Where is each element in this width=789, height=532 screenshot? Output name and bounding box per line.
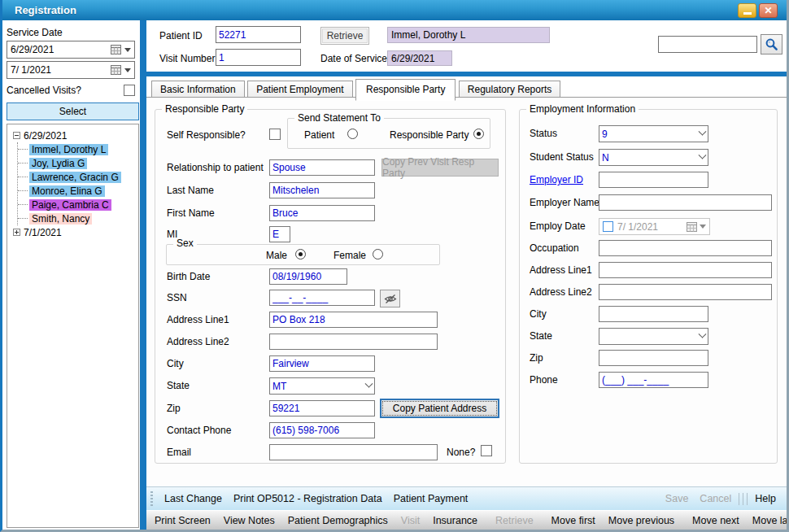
rp-address-line2-label: Address Line2 xyxy=(167,336,229,347)
rp-city-input[interactable] xyxy=(269,355,375,372)
male-radio[interactable] xyxy=(295,249,306,259)
emp-city-input[interactable] xyxy=(599,306,708,322)
tree-item-patient[interactable]: Paige, Cambria C xyxy=(18,198,137,211)
employ-date-picker[interactable]: 7/ 1/2021 xyxy=(599,218,710,235)
self-responsible-checkbox[interactable] xyxy=(269,129,281,140)
retrieve-button[interactable]: Retrieve xyxy=(320,27,369,45)
emp-address-line2-input[interactable] xyxy=(599,284,772,300)
tree-item-patient[interactable]: Joy, Lydia G xyxy=(18,156,137,170)
patient-payment-button[interactable]: Patient Payment xyxy=(388,493,474,504)
move-first-button[interactable]: Move first xyxy=(545,515,602,526)
occupation-input[interactable] xyxy=(599,240,772,256)
move-previous-button[interactable]: Move previous xyxy=(602,515,681,526)
emp-zip-input[interactable] xyxy=(599,350,708,366)
print-screen-button[interactable]: Print Screen xyxy=(148,515,217,526)
employer-name-label: Employer Name xyxy=(530,197,599,208)
ssn-input[interactable] xyxy=(269,290,375,306)
chevron-down-icon xyxy=(699,151,707,159)
patient-demographics-button[interactable]: Patient Demographics xyxy=(281,515,394,526)
tab-responsible-party[interactable]: Responsible Party xyxy=(355,79,456,101)
expand-icon[interactable] xyxy=(13,229,20,236)
employ-date-checkbox[interactable] xyxy=(603,221,613,232)
tree-item-patient[interactable]: Lawrence, Gracin G xyxy=(18,170,137,184)
close-button[interactable]: ✕ xyxy=(759,3,778,18)
email-none-label: None? xyxy=(447,447,475,458)
cancelled-visits-label: Cancelled Visits? xyxy=(7,85,81,96)
statement-responsible-party-radio[interactable] xyxy=(473,129,484,139)
view-notes-button[interactable]: View Notes xyxy=(217,515,281,526)
statement-patient-label: Patient xyxy=(304,129,334,141)
email-none-checkbox[interactable] xyxy=(481,445,492,456)
contact-phone-label: Contact Phone xyxy=(167,425,231,436)
tree-root-date[interactable]: 6/29/2021 xyxy=(9,129,137,142)
female-radio[interactable] xyxy=(373,249,383,259)
insurance-button[interactable]: Insurance xyxy=(426,515,484,526)
ssn-reveal-button[interactable] xyxy=(380,290,400,307)
emp-address-line1-input[interactable] xyxy=(599,262,772,278)
save-button[interactable]: Save xyxy=(660,493,695,504)
student-status-combobox[interactable]: N xyxy=(599,149,708,166)
last-change-button[interactable]: Last Change xyxy=(159,493,228,504)
rp-zip-input[interactable] xyxy=(269,400,375,416)
copy-patient-address-button[interactable]: Copy Patient Address xyxy=(380,399,499,418)
status-combobox[interactable]: 9 xyxy=(599,125,708,142)
rp-address-line2-input[interactable] xyxy=(269,334,438,350)
visit-button[interactable]: Visit xyxy=(394,515,426,526)
employ-date-label: Employ Date xyxy=(530,220,586,232)
collapse-icon[interactable] xyxy=(13,132,20,139)
tab-regulatory-reports[interactable]: Regulatory Reports xyxy=(459,81,560,99)
patient-name-field: Immel, Dorothy L xyxy=(387,27,550,43)
emp-phone-input[interactable] xyxy=(599,372,708,388)
statement-patient-radio[interactable] xyxy=(347,129,358,139)
tree-item-patient[interactable]: Immel, Dorothy L xyxy=(18,142,137,156)
email-label: Email xyxy=(167,447,191,458)
toolbar-grip-icon[interactable] xyxy=(150,491,153,506)
cancelled-visits-checkbox[interactable] xyxy=(124,85,135,96)
emp-state-combobox[interactable] xyxy=(599,328,708,345)
email-input[interactable] xyxy=(269,444,438,460)
rp-state-value: MT xyxy=(272,381,286,392)
patient-id-input[interactable] xyxy=(216,26,301,43)
birth-date-input[interactable] xyxy=(269,268,347,285)
cancel-button[interactable]: Cancel xyxy=(694,493,737,504)
tree-item-patient[interactable]: Monroe, Elina G xyxy=(18,184,137,198)
employer-name-input[interactable] xyxy=(599,194,772,211)
date-of-service-label: Date of Service xyxy=(320,53,387,64)
rp-state-combobox[interactable]: MT xyxy=(269,377,375,395)
employ-date-value: 7/ 1/2021 xyxy=(617,221,658,233)
tab-patient-employment[interactable]: Patient Employment xyxy=(247,81,352,99)
employer-id-link[interactable]: Employer ID xyxy=(530,174,583,185)
search-button[interactable] xyxy=(761,34,782,55)
form-help-button[interactable]: Help xyxy=(749,493,782,504)
service-date-to-picker[interactable]: 7/ 1/2021 xyxy=(7,61,135,79)
visit-number-input[interactable] xyxy=(216,49,301,66)
tab-basic-information[interactable]: Basic Information xyxy=(151,81,245,99)
tree-root-date[interactable]: 7/1/2021 xyxy=(9,225,137,239)
relationship-input[interactable] xyxy=(269,159,375,176)
first-name-input[interactable] xyxy=(269,205,375,221)
retrieve-nav-button[interactable]: Retrieve xyxy=(489,515,540,526)
birth-date-label: Birth Date xyxy=(167,271,210,282)
contact-phone-input[interactable] xyxy=(269,422,375,438)
emp-phone-label: Phone xyxy=(530,374,558,386)
service-date-from-picker[interactable]: 6/29/2021 xyxy=(7,41,135,59)
select-button[interactable]: Select xyxy=(7,102,139,120)
move-last-button[interactable]: Move last xyxy=(746,515,789,526)
minimize-button[interactable] xyxy=(738,3,756,18)
mi-input[interactable] xyxy=(269,226,290,242)
sex-group: Sex Male Female xyxy=(166,244,440,265)
student-status-label: Student Status xyxy=(530,151,594,163)
employer-id-input[interactable] xyxy=(599,172,708,188)
rp-city-label: City xyxy=(167,358,184,369)
tree-item-patient[interactable]: Smith, Nancy xyxy=(18,211,137,225)
copy-prev-visit-resp-party-button[interactable]: Copy Prev Visit Resp Party xyxy=(381,159,499,177)
move-next-button[interactable]: Move next xyxy=(686,515,746,526)
employment-information-group: Employment Information Status 9 Student … xyxy=(519,109,778,464)
first-name-label: First Name xyxy=(167,207,215,219)
calendar-icon xyxy=(111,45,121,55)
last-name-label: Last Name xyxy=(167,185,214,196)
search-input[interactable] xyxy=(658,36,757,53)
print-op5012-button[interactable]: Print OP5012 - Registration Data xyxy=(228,493,388,504)
rp-address-line1-input[interactable] xyxy=(269,312,438,328)
last-name-input[interactable] xyxy=(269,182,375,198)
